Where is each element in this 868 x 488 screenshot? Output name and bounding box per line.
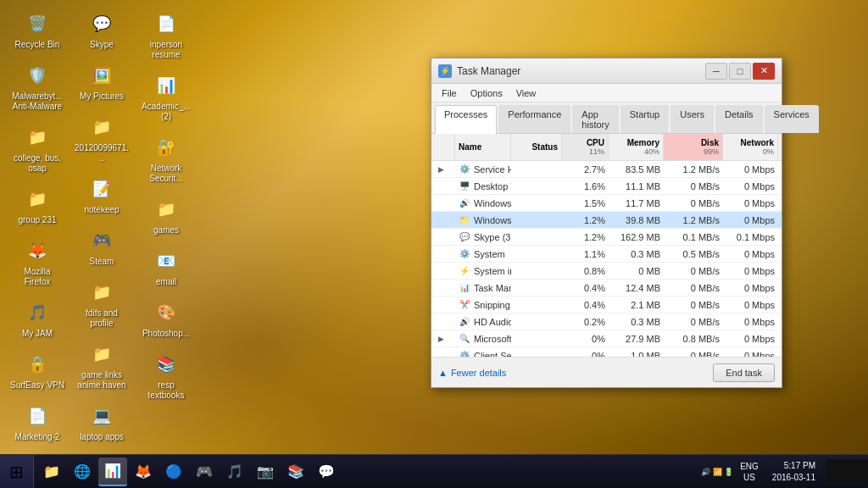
network-security-icon: 🔐 <box>153 134 180 161</box>
process-cpu: 1.2% <box>562 215 609 225</box>
taskbar-minecraft[interactable]: 🎮 <box>190 458 219 486</box>
col-disk[interactable]: Disk 99% <box>664 134 723 160</box>
icon-label-email: email <box>156 277 176 287</box>
icon-label-photoshop: Photoshop... <box>142 329 190 339</box>
start-button[interactable]: ⊞ <box>0 455 34 489</box>
fewer-details-button[interactable]: ▲ Fewer details <box>438 368 506 378</box>
malwarebytes-icon: 🛡️ <box>24 62 51 89</box>
taskbar-library[interactable]: 📚 <box>281 458 310 486</box>
menu-options[interactable]: Options <box>464 86 509 100</box>
process-memory: 0 MB <box>609 266 664 276</box>
table-row[interactable]: ▶🔍Microsoft Windows Search Inde...0%27.9… <box>431 330 782 347</box>
icon-mozilla-firefox[interactable]: 🦊 Mozilla Firefox <box>7 234 68 291</box>
table-row[interactable]: ⚙️Client Server Runtime Process0%1.0 MB0… <box>431 347 782 357</box>
maximize-button[interactable]: □ <box>729 63 751 80</box>
icon-steam[interactable]: 🎮 Steam <box>71 224 132 270</box>
icon-games[interactable]: 📁 games <box>136 192 197 239</box>
taskbar-ie[interactable]: 🌐 <box>68 458 97 486</box>
icon-recycle-bin[interactable]: 🗑️ Recycle Bin <box>7 7 68 53</box>
taskbar-task-manager[interactable]: 📊 <box>98 458 127 486</box>
process-network: 0 Mbps <box>723 249 778 259</box>
icon-my-jam[interactable]: 🎵 My JAM <box>7 296 68 342</box>
menu-view[interactable]: View <box>509 86 543 100</box>
column-headers: Name Status CPU 11% Memory 40% Disk 99% … <box>431 134 782 161</box>
table-row[interactable]: 📁Windows Explorer1.2%39.8 MB1.2 MB/s0 Mb… <box>431 212 782 229</box>
process-disk: 0 MB/s <box>664 283 723 293</box>
icon-surfeasy[interactable]: 🔒 SurfEasy VPN <box>7 347 68 394</box>
table-row[interactable]: ▶⚙️Service Host: Local System (Net...2.7… <box>431 161 782 178</box>
taskbar-file-explorer[interactable]: 📁 <box>37 458 66 486</box>
process-name-cell: ⚡System interrupts <box>455 265 511 277</box>
inperson-resume-icon: 📄 <box>153 10 180 37</box>
process-network: 0 Mbps <box>723 198 778 208</box>
table-row[interactable]: 🖥️Desktop Window Manager1.6%11.1 MB0 MB/… <box>431 178 782 195</box>
process-disk: 1.2 MB/s <box>664 215 723 225</box>
process-cpu: 0.2% <box>562 317 609 327</box>
expand-cell[interactable]: ▶ <box>435 335 455 343</box>
menu-file[interactable]: File <box>435 86 464 100</box>
fewer-details-label: Fewer details <box>451 368 506 378</box>
table-row[interactable]: 💬Skype (32 bit)1.2%162.9 MB0.1 MB/s0.1 M… <box>431 229 782 246</box>
icon-photoshop[interactable]: 🎨 Photoshop... <box>136 296 197 342</box>
icon-label-academic: Academic_... (2) <box>139 102 193 122</box>
system-tray[interactable]: 🔊 📶 🔋 <box>701 468 733 476</box>
taskbar-music[interactable]: 🎵 <box>220 458 249 486</box>
icon-skype[interactable]: 💬 Skype <box>71 7 132 53</box>
table-row[interactable]: 🔊HD Audio Background Process0.2%0.3 MB0 … <box>431 313 782 330</box>
expand-cell[interactable]: ▶ <box>435 165 455 174</box>
tab-services[interactable]: Services <box>765 105 819 133</box>
icon-folder-2012[interactable]: 📁 20120099671... <box>71 110 132 167</box>
icon-group-231[interactable]: 📁 group 231 <box>7 182 68 229</box>
table-row[interactable]: ⚡System interrupts0.8%0 MB0 MB/s0 Mbps <box>431 263 782 280</box>
process-name: Skype (32 bit) <box>474 232 511 242</box>
process-name-cell: ⚙️System <box>455 248 511 260</box>
tab-processes[interactable]: Processes <box>435 105 497 134</box>
col-memory[interactable]: Memory 40% <box>609 134 664 160</box>
table-row[interactable]: ⚙️System1.1%0.3 MB0.5 MB/s0 Mbps <box>431 246 782 263</box>
taskbar-firefox[interactable]: 🦊 <box>129 458 158 486</box>
system-clock[interactable]: 5:17 PM 2016-03-11 <box>765 460 822 484</box>
table-row[interactable]: 📊Task Manager0.4%12.4 MB0 MB/s0 Mbps <box>431 280 782 297</box>
icon-academic[interactable]: 📊 Academic_... (2) <box>136 69 197 125</box>
task-manager-title: Task Manager <box>457 65 705 77</box>
games-icon: 📁 <box>153 196 180 223</box>
icon-resp-textbooks[interactable]: 📚 resp textbooks <box>136 347 197 404</box>
tab-users[interactable]: Users <box>670 105 714 133</box>
icon-game-links[interactable]: 📁 game links anime haven <box>71 337 132 394</box>
group-231-icon: 📁 <box>24 186 51 213</box>
icon-my-pictures[interactable]: 🖼️ My Pictures <box>71 58 132 105</box>
tab-startup[interactable]: Startup <box>620 105 669 133</box>
col-name[interactable]: Name <box>455 134 511 160</box>
process-table[interactable]: ▶⚙️Service Host: Local System (Net...2.7… <box>431 161 782 357</box>
process-disk: 0 MB/s <box>664 351 723 358</box>
icon-college-bus[interactable]: 📁 college, bus, osap <box>7 120 68 177</box>
icon-network-security[interactable]: 🔐 Network Securit... <box>136 130 197 187</box>
col-cpu[interactable]: CPU 11% <box>562 134 609 160</box>
icon-marketing[interactable]: 📄 Marketing-2 <box>7 399 68 446</box>
show-desktop[interactable] <box>826 459 868 485</box>
table-row[interactable]: 🔊Windows Audio Device Graph Is...1.5%11.… <box>431 195 782 212</box>
language-indicator[interactable]: ENG US <box>737 461 762 483</box>
icon-laptop-apps[interactable]: 💻 laptop apps <box>71 399 132 446</box>
close-button[interactable]: ✕ <box>753 63 775 80</box>
icon-inperson-resume[interactable]: 📄 inperson resume <box>136 7 197 64</box>
icon-malwarebytes[interactable]: 🛡️ Malwarebyt... Anti-Malware <box>7 58 68 115</box>
table-row[interactable]: ✂️Snipping Tool0.4%2.1 MB0 MB/s0 Mbps <box>431 297 782 313</box>
tab-app-history[interactable]: App history <box>572 105 618 133</box>
minimize-button[interactable]: ─ <box>705 63 727 80</box>
task-manager-window-icon: ⚡ <box>438 64 452 78</box>
tab-details[interactable]: Details <box>715 105 763 133</box>
col-network[interactable]: Network 0% <box>723 134 778 160</box>
icon-fdifs[interactable]: 📁 fdifs and profile <box>71 275 132 332</box>
col-status[interactable]: Status <box>511 134 562 160</box>
icon-notekeep[interactable]: 📝 notekeep <box>71 172 132 219</box>
task-manager-titlebar[interactable]: ⚡ Task Manager ─ □ ✕ <box>431 58 782 84</box>
taskbar-chrome[interactable]: 🔵 <box>159 458 188 486</box>
tab-performance[interactable]: Performance <box>498 105 570 133</box>
process-cpu: 0% <box>562 351 609 358</box>
icon-email[interactable]: 📧 email <box>136 244 197 291</box>
end-task-button[interactable]: End task <box>713 363 775 382</box>
taskbar-skype[interactable]: 💬 <box>312 458 341 486</box>
taskbar-camera[interactable]: 📷 <box>251 458 280 486</box>
process-icon: 🖥️ <box>459 180 470 192</box>
